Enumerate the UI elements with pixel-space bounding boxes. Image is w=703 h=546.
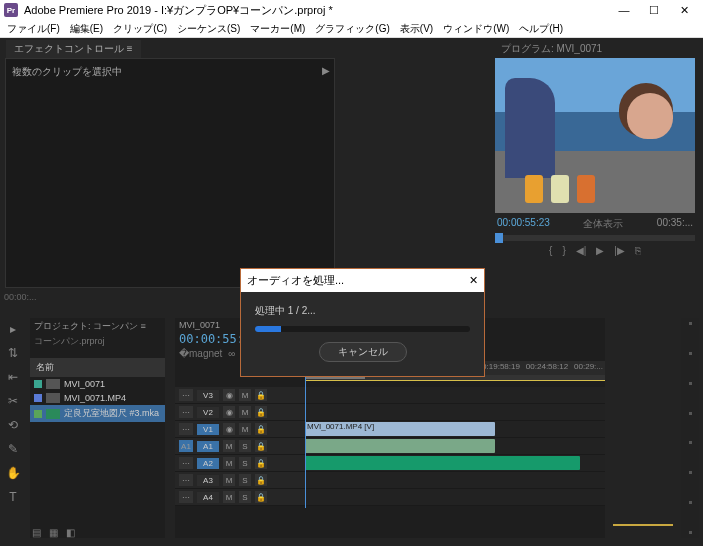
track-select-tool[interactable]: ⇅: [8, 346, 18, 360]
project-file: コーンパン.prproj: [30, 335, 165, 352]
bin-item-label: 定良兄室地図尺 #3.mka: [64, 407, 159, 420]
bin-item-label: MVI_0071: [64, 379, 105, 389]
menu-view[interactable]: 表示(V): [400, 22, 433, 36]
mark-out-button[interactable]: }: [562, 245, 565, 256]
effect-controls-panel: 複数のクリップを選択中 ▶: [5, 58, 335, 288]
dialog-close-icon[interactable]: ✕: [469, 274, 478, 287]
track-a2[interactable]: ⋯A2MS🔒: [175, 455, 605, 472]
transport-controls: { } ◀| ▶ |▶ ⎘: [495, 241, 695, 260]
program-tab[interactable]: プログラム: MVI_0071: [495, 40, 695, 58]
menu-bar: ファイル(F) 編集(E) クリップ(C) シーケンス(S) マーカー(M) グ…: [0, 20, 703, 38]
project-footer: ▤ ▦ ◧: [32, 527, 75, 538]
output-indicator: [613, 524, 673, 526]
menu-graphic[interactable]: グラフィック(G): [315, 22, 389, 36]
close-button[interactable]: ✕: [669, 4, 699, 17]
link-icon[interactable]: ∞: [228, 348, 235, 359]
list-view-icon[interactable]: ▤: [32, 527, 41, 538]
track-a4[interactable]: ⋯A4MS🔒: [175, 489, 605, 506]
step-back-button[interactable]: ◀|: [576, 245, 587, 256]
razor-tool[interactable]: ✂: [8, 394, 18, 408]
track-a3[interactable]: ⋯A3MS🔒: [175, 472, 605, 489]
minimize-button[interactable]: —: [609, 4, 639, 16]
export-frame-button[interactable]: ⎘: [635, 245, 641, 256]
program-timecode[interactable]: 00:00:55:23: [497, 217, 550, 231]
project-panel: プロジェクト: コーンパン ≡ コーンパン.prproj 名前 MVI_0071…: [30, 318, 165, 538]
audio-clip-a1[interactable]: [305, 439, 495, 453]
audio-processing-dialog: オーディオを処理... ✕ 処理中 1 / 2... キャンセル: [240, 268, 485, 377]
video-icon: [46, 393, 60, 403]
track-toggle-icon[interactable]: ⋯: [179, 389, 193, 401]
menu-window[interactable]: ウィンドウ(W): [443, 22, 509, 36]
panel-arrow-icon[interactable]: ▶: [322, 65, 330, 76]
track-v1[interactable]: ⋯V1◉M🔒 MVI_0071.MP4 [V]: [175, 421, 605, 438]
window-title: Adobe Premiere Pro 2019 - I:¥ガンプラOP¥コーンパ…: [24, 3, 609, 18]
menu-sequence[interactable]: シーケンス(S): [177, 22, 240, 36]
bin-item-label: MVI_0071.MP4: [64, 393, 126, 403]
hand-tool[interactable]: ✋: [6, 466, 21, 480]
program-monitor: プログラム: MVI_0071 00:00:55:23 全体表示 00:35:.…: [495, 40, 695, 260]
label-swatch: [34, 380, 42, 388]
audio-meter: [681, 318, 699, 538]
menu-file[interactable]: ファイル(F): [7, 22, 60, 36]
pen-tool[interactable]: ✎: [8, 442, 18, 456]
title-bar: Pr Adobe Premiere Pro 2019 - I:¥ガンプラOP¥コ…: [0, 0, 703, 20]
audio-icon: [46, 409, 60, 419]
bin-item-sequence[interactable]: MVI_0071: [30, 377, 165, 391]
menu-clip[interactable]: クリップ(C): [113, 22, 167, 36]
mark-in-button[interactable]: {: [549, 245, 552, 256]
step-fwd-button[interactable]: |▶: [614, 245, 625, 256]
playhead-icon[interactable]: [495, 233, 503, 243]
icon-view-icon[interactable]: ▦: [49, 527, 58, 538]
bin-item-audio[interactable]: 定良兄室地図尺 #3.mka: [30, 405, 165, 422]
audio-clip-a2[interactable]: [305, 456, 580, 470]
workspace: エフェクトコントロール ≡ 複数のクリップを選択中 ▶ プログラム: MVI_0…: [0, 38, 703, 546]
sequence-icon: [46, 379, 60, 389]
snap-icon[interactable]: �magnet: [179, 348, 222, 359]
tool-palette: ▸ ⇅ ⇤ ✂ ⟲ ✎ ✋ T: [4, 318, 22, 504]
sequence-tab[interactable]: MVI_0071: [179, 320, 220, 330]
track-v3[interactable]: ⋯V3◉M🔒: [175, 387, 605, 404]
bin-item-video[interactable]: MVI_0071.MP4: [30, 391, 165, 405]
effect-controls-label: 複数のクリップを選択中: [6, 59, 334, 85]
menu-help[interactable]: ヘルプ(H): [519, 22, 563, 36]
progress-fill: [255, 326, 281, 332]
cancel-button[interactable]: キャンセル: [319, 342, 407, 362]
timeline-playhead[interactable]: [305, 354, 306, 508]
type-tool[interactable]: T: [9, 490, 16, 504]
menu-edit[interactable]: 編集(E): [70, 22, 103, 36]
app-logo: Pr: [4, 3, 18, 17]
freeform-view-icon[interactable]: ◧: [66, 527, 75, 538]
maximize-button[interactable]: ☐: [639, 4, 669, 17]
dialog-title: オーディオを処理...: [247, 273, 344, 288]
play-button[interactable]: ▶: [596, 245, 604, 256]
dialog-status: 処理中 1 / 2...: [255, 304, 470, 318]
selection-tool[interactable]: ▸: [10, 322, 16, 336]
project-tab[interactable]: プロジェクト: コーンパン ≡: [30, 318, 165, 335]
video-clip[interactable]: MVI_0071.MP4 [V]: [305, 422, 495, 436]
program-viewer[interactable]: [495, 58, 695, 213]
program-duration: 00:35:...: [657, 217, 693, 231]
tracks: ⋯V3◉M🔒 ⋯V2◉M🔒 ⋯V1◉M🔒 MVI_0071.MP4 [V] A1…: [175, 387, 605, 506]
slip-tool[interactable]: ⟲: [8, 418, 18, 432]
eye-icon[interactable]: ◉: [223, 389, 235, 401]
effect-controls-tab[interactable]: エフェクトコントロール ≡: [6, 40, 141, 58]
label-swatch: [34, 394, 42, 402]
menu-marker[interactable]: マーカー(M): [250, 22, 305, 36]
track-a1[interactable]: A1A1MS🔒: [175, 438, 605, 455]
program-scrubber[interactable]: [495, 235, 695, 241]
source-timecode: 00:00:...: [4, 292, 37, 302]
ripple-tool[interactable]: ⇤: [8, 370, 18, 384]
progress-bar: [255, 326, 470, 332]
track-v2[interactable]: ⋯V2◉M🔒: [175, 404, 605, 421]
label-swatch: [34, 410, 42, 418]
project-column-name[interactable]: 名前: [30, 358, 165, 377]
program-fit[interactable]: 全体表示: [583, 217, 623, 231]
